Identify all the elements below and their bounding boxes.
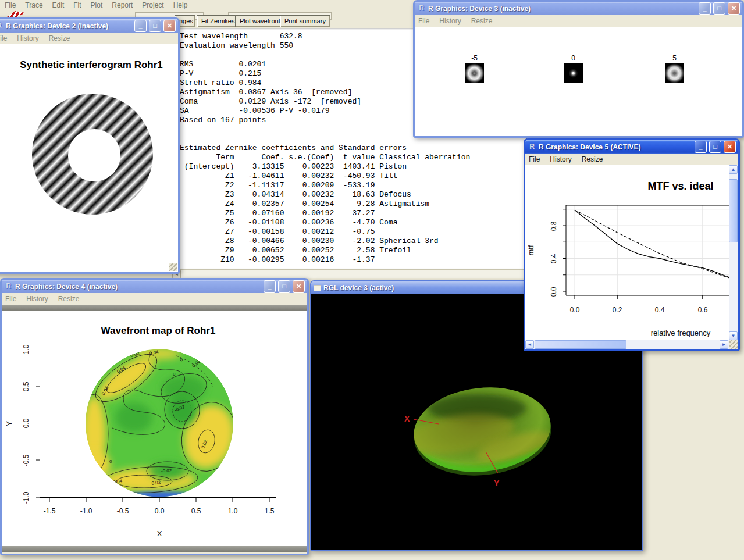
psf-image-minus5 [465, 63, 484, 83]
menu-resize[interactable]: Resize [582, 155, 603, 163]
x-tick-label: -1.5 [39, 507, 60, 515]
device3-canvas: -5 0 5 [415, 27, 742, 136]
device4-titlebar[interactable]: R R Graphics: Device 4 (inactive) _ □ ✕ [2, 280, 307, 293]
menu-file[interactable]: File [5, 1, 16, 10]
mtf-curve [575, 210, 729, 277]
menu-trace[interactable]: Trace [25, 1, 42, 10]
contour-label: 0 [109, 459, 112, 464]
close-button[interactable]: ✕ [728, 2, 740, 15]
device4-title: R Graphics: Device 4 (inactive) [15, 283, 261, 291]
device4-scroll-strip-top[interactable] [2, 305, 307, 311]
device5-title: R Graphics: Device 5 (ACTIVE) [539, 143, 692, 151]
menu-file[interactable]: File [0, 34, 7, 42]
x-axis-label: relative frequency [622, 329, 729, 337]
device5-menubar: File History Resize [525, 154, 738, 165]
maximize-button[interactable]: □ [709, 141, 721, 153]
menu-resize[interactable]: Resize [471, 17, 493, 25]
device2-titlebar[interactable]: R R Graphics: Device 2 (inactive) _ □ ✕ [0, 19, 178, 33]
x-tick-label: 0.0 [566, 306, 583, 314]
x-tick-label: 0.0 [149, 507, 170, 515]
y-axis-label: mtf [526, 239, 535, 262]
rgl-y-axis-label: Y [494, 479, 500, 488]
grid-lines [566, 205, 729, 295]
plot-box [563, 205, 729, 299]
x-axis-label: X [148, 529, 171, 538]
close-button[interactable]: ✕ [724, 141, 736, 153]
tab-plot-wavefront[interactable]: Plot wavefront [235, 15, 285, 27]
contour-label: -0.02 [161, 468, 172, 473]
minimize-button[interactable]: _ [695, 141, 707, 153]
menu-fit[interactable]: Fit [73, 1, 81, 10]
menu-edit[interactable]: Edit [52, 1, 65, 10]
interferogram-title: Synthetic interferogram Rohr1 [4, 59, 179, 71]
mtf-title: MTF vs. ideal [622, 180, 729, 192]
menu-help[interactable]: Help [173, 1, 188, 10]
minimize-button[interactable]: _ [134, 20, 147, 32]
interferogram-hole [68, 129, 120, 181]
minimize-button[interactable]: _ [264, 280, 276, 293]
y-tick-label: 0.4 [550, 251, 558, 266]
report-hscrollbar[interactable]: ◄ [172, 269, 527, 278]
device4-scroll-strip-bottom[interactable] [2, 546, 307, 552]
psf-label: 0 [564, 54, 583, 62]
device2-canvas: Synthetic interferogram Rohr1 [0, 44, 178, 272]
device5-hscrollbar[interactable]: ◄ ► [525, 340, 729, 349]
scroll-down-icon[interactable]: ▼ [729, 331, 738, 340]
x-tick-label: 1.5 [259, 507, 280, 515]
device2-menubar: File History Resize [0, 33, 178, 44]
rgl-x-axis-label: X [404, 414, 410, 423]
scroll-right-icon[interactable]: ► [720, 340, 728, 349]
psf-label: -5 [465, 54, 484, 62]
resize-grip[interactable] [169, 263, 177, 271]
maximize-button[interactable]: □ [278, 280, 290, 293]
menu-project[interactable]: Project [142, 1, 163, 10]
wavefront-disk: 0.02 -0.04 0 0.02 0.04 0.02 0 -0.02 0.02… [76, 346, 242, 500]
close-button[interactable]: ✕ [293, 280, 305, 293]
device2-title: R Graphics: Device 2 (inactive) [6, 22, 132, 30]
rgl-icon [314, 285, 321, 291]
tab-fit-zernikes[interactable]: Fit Zernikes [197, 15, 239, 27]
desktop: File Trace Edit Fit Plot Report Project … [0, 0, 744, 560]
menu-file[interactable]: File [418, 17, 429, 25]
device5-titlebar[interactable]: R R Graphics: Device 5 (ACTIVE) _ □ ✕ [525, 140, 738, 154]
psf-image-0 [564, 63, 583, 83]
scroll-up-icon[interactable]: ▲ [729, 165, 738, 174]
x-tick-label: 0.5 [186, 507, 207, 515]
menu-history[interactable]: History [439, 17, 461, 25]
menu-file[interactable]: File [5, 295, 16, 303]
window-device5: R R Graphics: Device 5 (ACTIVE) _ □ ✕ Fi… [524, 138, 740, 351]
resize-grip[interactable] [729, 340, 738, 349]
menu-report[interactable]: Report [112, 1, 133, 10]
menu-history[interactable]: History [17, 34, 38, 42]
menu-plot[interactable]: Plot [91, 1, 103, 10]
x-tick-label: -1.0 [76, 507, 97, 515]
x-tick-label: 0.4 [651, 306, 668, 314]
psf-label: 5 [665, 54, 684, 62]
close-button[interactable]: ✕ [163, 20, 176, 32]
menu-resize[interactable]: Resize [49, 34, 70, 42]
y-tick-label: 1.0 [22, 341, 30, 358]
tab-print-summary[interactable]: Print summary [280, 15, 330, 27]
hscroll-thumb[interactable] [535, 340, 626, 349]
menu-resize[interactable]: Resize [58, 295, 80, 303]
y-tick-label: 0.0 [550, 284, 558, 299]
x-tick-label: 0.2 [608, 306, 626, 314]
device5-vscrollbar[interactable]: ▲ ▼ [729, 165, 738, 340]
menu-file[interactable]: File [529, 155, 540, 163]
scroll-left-icon[interactable]: ◄ [525, 340, 534, 349]
maximize-button[interactable]: □ [713, 2, 725, 15]
device5-client: MTF vs. ideal 0.0 0.4 0.8 0.0 0.2 0.4 0.… [525, 165, 738, 349]
vscroll-thumb[interactable] [729, 179, 738, 242]
r-logo-icon: R [4, 282, 13, 291]
maximize-button[interactable]: □ [149, 20, 161, 32]
y-tick-label: 0.5 [22, 378, 30, 395]
x-tick-label: -0.5 [112, 507, 133, 515]
menu-history[interactable]: History [550, 155, 571, 163]
device4-canvas: Wavefront map of Rohr1 [2, 311, 307, 546]
minimize-button[interactable]: _ [699, 2, 711, 15]
device3-titlebar[interactable]: R R Graphics: Device 3 (inactive) _ □ ✕ [415, 2, 742, 15]
r-logo-icon: R [528, 142, 536, 151]
y-tick-label: 0.0 [22, 415, 30, 432]
device3-title: R Graphics: Device 3 (inactive) [428, 5, 696, 13]
menu-history[interactable]: History [26, 295, 48, 303]
